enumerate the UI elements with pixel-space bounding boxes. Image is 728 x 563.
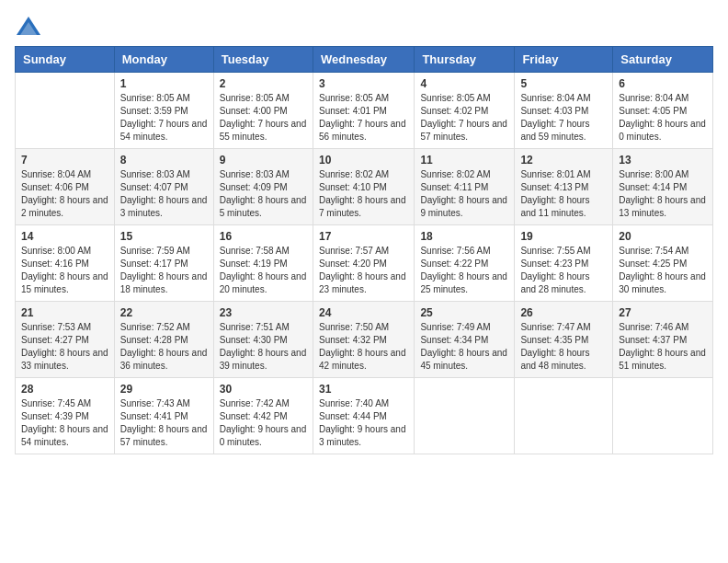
day-number: 15 (120, 230, 208, 243)
calendar-cell: 31Sunrise: 7:40 AMSunset: 4:44 PMDayligh… (313, 378, 414, 454)
day-number: 21 (21, 306, 108, 319)
calendar-cell (415, 378, 515, 454)
calendar-cell: 3Sunrise: 8:05 AMSunset: 4:01 PMDaylight… (313, 73, 414, 149)
day-number: 17 (319, 230, 408, 243)
header-wednesday: Wednesday (313, 47, 414, 73)
calendar-cell: 11Sunrise: 8:02 AMSunset: 4:11 PMDayligh… (415, 149, 515, 225)
day-number: 30 (220, 383, 307, 396)
calendar-cell: 5Sunrise: 8:04 AMSunset: 4:03 PMDaylight… (515, 73, 613, 149)
calendar-cell: 4Sunrise: 8:05 AMSunset: 4:02 PMDaylight… (415, 73, 515, 149)
day-number: 1 (120, 77, 208, 90)
day-info: Sunrise: 7:53 AMSunset: 4:27 PMDaylight:… (21, 321, 108, 373)
calendar-cell: 22Sunrise: 7:52 AMSunset: 4:28 PMDayligh… (114, 302, 213, 378)
calendar-table: SundayMondayTuesdayWednesdayThursdayFrid… (15, 46, 713, 454)
day-number: 2 (220, 77, 307, 90)
day-info: Sunrise: 7:59 AMSunset: 4:17 PMDaylight:… (120, 245, 208, 296)
day-number: 23 (220, 306, 307, 319)
logo-icon (15, 15, 42, 39)
day-number: 3 (319, 77, 408, 90)
header-tuesday: Tuesday (213, 47, 313, 73)
header-friday: Friday (515, 47, 613, 73)
day-info: Sunrise: 7:56 AMSunset: 4:22 PMDaylight:… (420, 245, 508, 296)
day-number: 16 (220, 230, 307, 243)
day-number: 27 (619, 306, 707, 319)
day-number: 20 (619, 230, 707, 243)
calendar-cell: 27Sunrise: 7:46 AMSunset: 4:37 PMDayligh… (613, 302, 713, 378)
week-row-3: 14Sunrise: 8:00 AMSunset: 4:16 PMDayligh… (16, 225, 713, 302)
day-info: Sunrise: 7:46 AMSunset: 4:37 PMDaylight:… (619, 321, 707, 373)
calendar-cell: 1Sunrise: 8:05 AMSunset: 3:59 PMDaylight… (114, 73, 213, 149)
day-info: Sunrise: 7:45 AMSunset: 4:39 PMDaylight:… (21, 397, 108, 449)
day-number: 22 (120, 306, 208, 319)
day-info: Sunrise: 7:52 AMSunset: 4:28 PMDaylight:… (120, 321, 208, 373)
calendar-cell: 24Sunrise: 7:50 AMSunset: 4:32 PMDayligh… (313, 302, 414, 378)
day-info: Sunrise: 7:43 AMSunset: 4:41 PMDaylight:… (120, 397, 208, 449)
day-number: 13 (619, 154, 707, 167)
calendar-cell: 12Sunrise: 8:01 AMSunset: 4:13 PMDayligh… (515, 149, 613, 225)
day-info: Sunrise: 7:50 AMSunset: 4:32 PMDaylight:… (319, 321, 408, 373)
day-number: 5 (520, 77, 607, 90)
day-number: 24 (319, 306, 408, 319)
day-number: 26 (520, 306, 607, 319)
day-number: 4 (420, 77, 508, 90)
day-info: Sunrise: 7:47 AMSunset: 4:35 PMDaylight:… (520, 321, 607, 373)
day-number: 14 (21, 230, 108, 243)
day-number: 7 (21, 154, 108, 167)
day-info: Sunrise: 8:01 AMSunset: 4:13 PMDaylight:… (520, 168, 607, 220)
calendar-cell: 29Sunrise: 7:43 AMSunset: 4:41 PMDayligh… (114, 378, 213, 454)
header-saturday: Saturday (613, 47, 713, 73)
day-info: Sunrise: 7:42 AMSunset: 4:42 PMDaylight:… (220, 397, 307, 449)
day-info: Sunrise: 8:03 AMSunset: 4:07 PMDaylight:… (120, 168, 208, 220)
day-info: Sunrise: 7:51 AMSunset: 4:30 PMDaylight:… (220, 321, 307, 373)
day-info: Sunrise: 7:49 AMSunset: 4:34 PMDaylight:… (420, 321, 508, 373)
day-info: Sunrise: 7:57 AMSunset: 4:20 PMDaylight:… (319, 245, 408, 296)
calendar-cell: 18Sunrise: 7:56 AMSunset: 4:22 PMDayligh… (415, 225, 515, 302)
day-number: 10 (319, 154, 408, 167)
day-info: Sunrise: 8:03 AMSunset: 4:09 PMDaylight:… (220, 168, 307, 220)
header-sunday: Sunday (16, 47, 115, 73)
day-number: 19 (520, 230, 607, 243)
calendar-cell: 28Sunrise: 7:45 AMSunset: 4:39 PMDayligh… (16, 378, 115, 454)
week-row-1: 1Sunrise: 8:05 AMSunset: 3:59 PMDaylight… (16, 73, 713, 149)
calendar-cell: 16Sunrise: 7:58 AMSunset: 4:19 PMDayligh… (213, 225, 313, 302)
calendar-cell: 23Sunrise: 7:51 AMSunset: 4:30 PMDayligh… (213, 302, 313, 378)
day-info: Sunrise: 8:04 AMSunset: 4:06 PMDaylight:… (21, 168, 108, 220)
calendar-cell (16, 73, 115, 149)
header-monday: Monday (114, 47, 213, 73)
calendar-cell: 19Sunrise: 7:55 AMSunset: 4:23 PMDayligh… (515, 225, 613, 302)
day-number: 12 (520, 154, 607, 167)
day-number: 25 (420, 306, 508, 319)
calendar-cell: 9Sunrise: 8:03 AMSunset: 4:09 PMDaylight… (213, 149, 313, 225)
day-number: 6 (619, 77, 707, 90)
calendar-cell: 30Sunrise: 7:42 AMSunset: 4:42 PMDayligh… (213, 378, 313, 454)
calendar-cell: 6Sunrise: 8:04 AMSunset: 4:05 PMDaylight… (613, 73, 713, 149)
calendar-cell: 14Sunrise: 8:00 AMSunset: 4:16 PMDayligh… (16, 225, 115, 302)
day-number: 11 (420, 154, 508, 167)
day-number: 9 (220, 154, 307, 167)
week-row-2: 7Sunrise: 8:04 AMSunset: 4:06 PMDaylight… (16, 149, 713, 225)
day-info: Sunrise: 8:02 AMSunset: 4:10 PMDaylight:… (319, 168, 408, 220)
calendar-cell: 2Sunrise: 8:05 AMSunset: 4:00 PMDaylight… (213, 73, 313, 149)
day-info: Sunrise: 8:05 AMSunset: 4:02 PMDaylight:… (420, 92, 508, 144)
calendar-header-row: SundayMondayTuesdayWednesdayThursdayFrid… (16, 47, 713, 73)
week-row-4: 21Sunrise: 7:53 AMSunset: 4:27 PMDayligh… (16, 302, 713, 378)
day-info: Sunrise: 8:04 AMSunset: 4:05 PMDaylight:… (619, 92, 707, 144)
calendar-cell: 17Sunrise: 7:57 AMSunset: 4:20 PMDayligh… (313, 225, 414, 302)
day-number: 18 (420, 230, 508, 243)
day-info: Sunrise: 8:05 AMSunset: 4:01 PMDaylight:… (319, 92, 408, 144)
day-info: Sunrise: 8:02 AMSunset: 4:11 PMDaylight:… (420, 168, 508, 220)
day-info: Sunrise: 8:04 AMSunset: 4:03 PMDaylight:… (520, 92, 607, 144)
calendar-cell: 7Sunrise: 8:04 AMSunset: 4:06 PMDaylight… (16, 149, 115, 225)
calendar-cell: 26Sunrise: 7:47 AMSunset: 4:35 PMDayligh… (515, 302, 613, 378)
calendar-cell: 8Sunrise: 8:03 AMSunset: 4:07 PMDaylight… (114, 149, 213, 225)
calendar-cell: 13Sunrise: 8:00 AMSunset: 4:14 PMDayligh… (613, 149, 713, 225)
day-info: Sunrise: 8:05 AMSunset: 4:00 PMDaylight:… (220, 92, 307, 144)
day-info: Sunrise: 7:58 AMSunset: 4:19 PMDaylight:… (220, 245, 307, 296)
calendar-cell: 20Sunrise: 7:54 AMSunset: 4:25 PMDayligh… (613, 225, 713, 302)
week-row-5: 28Sunrise: 7:45 AMSunset: 4:39 PMDayligh… (16, 378, 713, 454)
day-info: Sunrise: 8:00 AMSunset: 4:16 PMDaylight:… (21, 245, 108, 296)
day-info: Sunrise: 7:55 AMSunset: 4:23 PMDaylight:… (520, 245, 607, 296)
day-number: 28 (21, 383, 108, 396)
day-number: 8 (120, 154, 208, 167)
logo (15, 15, 46, 39)
